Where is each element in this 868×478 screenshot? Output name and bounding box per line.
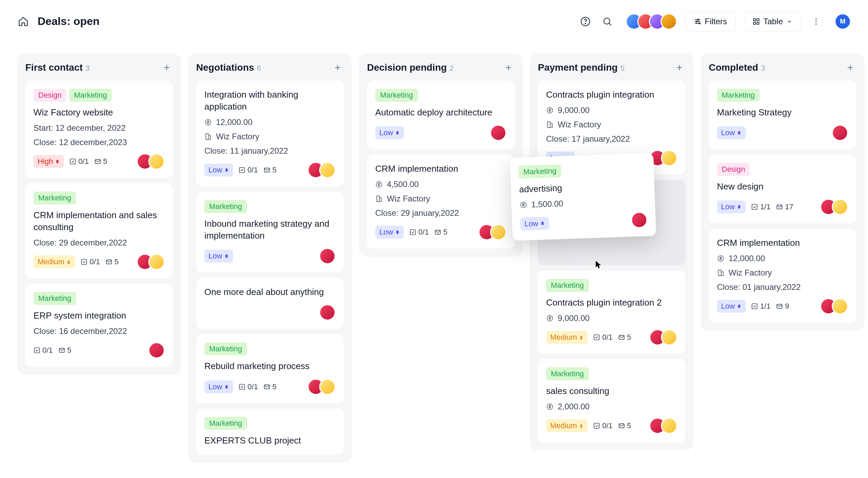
avatar[interactable] xyxy=(631,212,648,229)
svg-point-4 xyxy=(696,21,697,22)
deal-card[interactable]: Marketingadvertising1,500.00Low xyxy=(510,153,656,241)
page-title: Deals: open xyxy=(38,15,99,28)
assignee-avatars[interactable] xyxy=(478,224,506,240)
add-card-button[interactable] xyxy=(673,61,686,74)
card-title: Rebuild marketing process xyxy=(204,360,336,372)
avatar[interactable] xyxy=(319,162,336,178)
priority-badge[interactable]: Low xyxy=(717,126,746,139)
card-close: Close: 12 december,2023 xyxy=(33,138,165,147)
card-amount: 1,500.00 xyxy=(519,196,647,210)
comments-counter: 9 xyxy=(776,302,789,311)
svg-rect-21 xyxy=(240,168,245,173)
priority-badge[interactable]: Low xyxy=(204,380,233,393)
avatar[interactable] xyxy=(148,153,165,170)
deal-card[interactable]: One more deal about anything xyxy=(196,278,344,329)
assignee-avatars[interactable] xyxy=(490,125,506,141)
add-card-button[interactable] xyxy=(331,61,344,74)
card-title: EXPERTS CLUB project xyxy=(204,435,336,447)
svg-point-2 xyxy=(604,18,610,24)
priority-badge[interactable]: Low xyxy=(204,250,233,263)
assignee-avatars[interactable] xyxy=(631,212,648,229)
mail-icon xyxy=(94,158,101,165)
assignee-avatars[interactable] xyxy=(820,298,848,314)
svg-rect-30 xyxy=(547,122,551,128)
assignee-avatars[interactable] xyxy=(649,329,677,346)
assignee-avatars[interactable] xyxy=(832,125,848,141)
avatar[interactable] xyxy=(319,379,336,395)
avatar[interactable] xyxy=(490,224,506,240)
add-card-button[interactable] xyxy=(844,61,856,74)
priority-badge[interactable]: Medium xyxy=(546,331,588,344)
home-icon[interactable] xyxy=(17,15,29,28)
priority-badge[interactable]: High xyxy=(33,155,64,168)
deal-card[interactable]: MarketingMarketing StrategyLow xyxy=(709,81,856,149)
deal-card[interactable]: MarketingRebuild marketing processLow 0/… xyxy=(196,334,344,403)
svg-rect-23 xyxy=(240,384,245,389)
deal-card[interactable]: Marketingsales consulting2,000.00Medium … xyxy=(538,359,686,442)
priority-badge[interactable]: Low xyxy=(375,226,404,239)
deal-card[interactable]: DesignNew designLow 1/117 xyxy=(709,155,856,223)
card-title: advertising xyxy=(519,179,647,196)
coin-icon xyxy=(375,181,383,188)
comments-counter: 5 xyxy=(58,346,71,355)
deal-card[interactable]: Integration with banking application12,0… xyxy=(196,81,344,186)
assignee-avatars[interactable] xyxy=(308,162,336,178)
priority-badge[interactable]: Low xyxy=(717,300,746,313)
deal-card[interactable]: MarketingInbound marketing strategy and … xyxy=(196,192,344,272)
assignee-avatars[interactable] xyxy=(820,199,848,215)
deal-card[interactable]: MarketingERP system integrationClose: 16… xyxy=(25,284,173,367)
tasks-counter: 0/1 xyxy=(239,382,258,391)
tag: Marketing xyxy=(546,279,589,292)
deal-card[interactable]: MarketingContracts plugin integration 29… xyxy=(538,271,686,354)
deal-card[interactable]: CRM implementation4,500.00Wiz FactoryClo… xyxy=(367,155,515,249)
avatar[interactable] xyxy=(148,254,165,270)
assignee-avatars[interactable] xyxy=(319,304,336,321)
priority-badge[interactable]: Low xyxy=(204,164,233,177)
assignee-avatars[interactable] xyxy=(319,248,336,264)
search-icon[interactable] xyxy=(600,15,614,28)
avatar[interactable] xyxy=(319,304,336,321)
deal-card[interactable]: MarketingAutomatic deploy architectureLo… xyxy=(367,81,515,149)
avatar[interactable] xyxy=(148,342,165,358)
avatar[interactable] xyxy=(832,125,848,141)
priority-badge[interactable]: Medium xyxy=(546,419,588,432)
assignee-avatars[interactable] xyxy=(649,418,677,434)
user-avatar[interactable]: M xyxy=(835,13,851,30)
svg-rect-27 xyxy=(410,230,416,235)
assignee-avatars[interactable] xyxy=(308,379,336,395)
avatar[interactable] xyxy=(661,329,677,346)
deal-card[interactable]: MarketingCRM implementation and sales co… xyxy=(25,183,173,278)
priority-badge[interactable]: Low xyxy=(375,126,404,139)
assignee-avatars[interactable] xyxy=(137,254,165,270)
assignee-avatars[interactable] xyxy=(137,153,165,170)
deal-card[interactable]: DesignMarketingWiz Factory websiteStart:… xyxy=(25,81,173,178)
deal-card[interactable]: MarketingEXPERTS CLUB project xyxy=(196,409,344,455)
view-switcher-button[interactable]: Table xyxy=(744,12,801,31)
filters-button[interactable]: Filters xyxy=(685,12,735,31)
card-footer: Low 1/117 xyxy=(717,199,848,215)
more-icon[interactable] xyxy=(809,15,823,28)
avatar[interactable] xyxy=(661,13,677,30)
coin-icon xyxy=(546,314,554,322)
avatar[interactable] xyxy=(490,125,506,141)
assignee-avatars[interactable] xyxy=(148,342,165,358)
avatar[interactable] xyxy=(832,199,848,215)
deal-card[interactable]: CRM implementation12,000.00Wiz FactoryCl… xyxy=(709,229,856,323)
priority-badge[interactable]: Low xyxy=(717,200,746,213)
card-title: CRM implementation xyxy=(375,163,506,175)
mail-icon xyxy=(58,347,65,354)
add-card-button[interactable] xyxy=(161,61,173,74)
avatar[interactable] xyxy=(319,248,336,264)
card-amount: 2,000.00 xyxy=(546,402,677,411)
avatar[interactable] xyxy=(661,418,677,434)
column-title: Decision pending2 xyxy=(367,62,454,73)
add-card-button[interactable] xyxy=(502,61,515,74)
help-icon[interactable] xyxy=(579,15,592,28)
tasks-counter: 0/1 xyxy=(593,333,613,342)
avatar[interactable] xyxy=(832,298,848,314)
avatar[interactable] xyxy=(661,150,677,166)
svg-point-12 xyxy=(815,23,816,24)
team-avatars[interactable] xyxy=(626,13,677,30)
priority-badge[interactable]: Low xyxy=(520,217,550,231)
priority-badge[interactable]: Medium xyxy=(33,255,75,268)
